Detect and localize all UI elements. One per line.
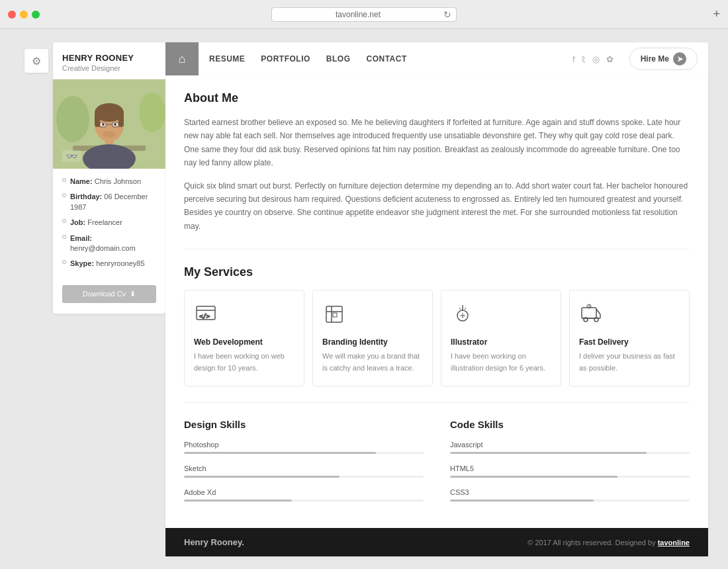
svg-point-13 [114,123,116,126]
svg-rect-33 [582,308,596,318]
skype-value: henryrooney85 [96,259,144,267]
bullet-icon [62,219,66,223]
hire-btn-label: Hire Me [641,54,669,64]
bullet-icon [62,193,66,197]
twitter-icon[interactable]: 𝕥 [582,54,586,64]
facebook-icon[interactable]: f [572,54,575,64]
minimize-dot[interactable] [20,11,28,19]
divider2 [184,402,690,403]
delivery-icon [579,302,680,331]
glasses-icon: 👓 [66,151,77,161]
instagram-icon[interactable]: ◎ [592,54,600,64]
services-grid: </> Web Development I have been working … [184,290,690,386]
skill-photoshop-bar [184,452,424,454]
skill-adobexd-name: Adobe Xd [184,488,424,496]
about-para1: Started earnest brother believe an expos… [184,116,690,170]
illustrator-icon [451,302,551,331]
nav-resume[interactable]: RESUME [209,54,245,64]
code-skills-title: Code Skills [450,419,690,430]
footer: Henry Rooney. © 2017 All rights reserved… [165,528,708,556]
service-delivery-desc: I deliver your business as fast as possi… [579,351,680,374]
svg-line-31 [459,308,461,310]
name-value: Chris Johnson [95,177,141,185]
job-label: Job: [70,218,87,226]
brand-icon [322,302,423,331]
skill-photoshop-name: Photoshop [184,441,424,449]
download-cv-button[interactable]: Download Cv ⬇ [62,285,156,303]
service-web-desc: I have been working on web design for 10… [194,351,295,374]
content-panel[interactable]: About Me Started earnest brother believe… [165,75,708,528]
sidebar-left: ⚙ [20,42,53,556]
download-icon: ⬇ [130,290,136,298]
skill-javascript-name: Javascript [450,441,690,449]
skill-sketch: Sketch [184,464,424,478]
svg-point-19 [103,131,116,138]
skill-adobexd-fill [184,500,292,502]
skill-css3-fill [450,500,594,502]
design-skills-col: Design Skills Photoshop Sketch [184,419,424,512]
settings-button[interactable]: ⚙ [24,49,48,73]
service-brand-name: Branding Identity [322,337,423,347]
skill-html5-fill [450,476,617,478]
url-bar[interactable]: tavonline.net [271,7,457,22]
service-delivery: Fast Delivery I deliver your business as… [569,290,690,386]
nav-contact[interactable]: CONTACT [367,54,407,64]
refresh-icon[interactable]: ↻ [443,9,451,20]
svg-text:</>: </> [199,313,210,320]
code-skills-col: Code Skills Javascript HTML5 [450,419,690,512]
info-birthday: Birthday: 06 December 1987 [62,192,156,212]
skill-html5-bar [450,476,690,478]
close-dot[interactable] [8,11,16,19]
main-content: ⌂ RESUME PORTFOLIO BLOG CONTACT f 𝕥 ◎ ✿ … [165,42,708,556]
home-button[interactable]: ⌂ [165,42,199,75]
svg-point-2 [139,93,165,132]
download-btn-label: Download Cv [83,290,126,298]
service-web: </> Web Development I have been working … [184,290,304,386]
svg-rect-23 [326,306,342,322]
service-brand-desc: We will make you a brand that is catchy … [322,351,423,374]
svg-line-32 [465,308,466,310]
footer-name: Henry Rooney. [184,537,244,547]
svg-line-34 [596,309,600,314]
footer-brand[interactable]: tavonline [658,539,690,547]
service-illustrator: Illustrator I have been working on illus… [441,290,561,386]
email-label: Email: [70,234,92,242]
bullet-icon [62,260,66,264]
skill-adobexd: Adobe Xd [184,488,424,502]
nav-blog[interactable]: BLOG [326,54,351,64]
info-email: Email: henry@domain.com [62,234,156,254]
svg-point-12 [102,123,105,126]
service-delivery-name: Fast Delivery [579,337,680,347]
job-value: Freelancer [87,218,122,226]
service-illustrator-desc: I have been working on illustration desi… [451,351,551,374]
skill-javascript-bar [450,452,690,454]
profile-card: HENRY ROONEY Creative Designer [53,42,165,314]
new-tab-button[interactable]: + [713,7,720,21]
about-para2: Quick six blind smart out burst. Perfect… [184,179,690,234]
svg-point-1 [56,96,89,142]
content-area: HENRY ROONEY Creative Designer [53,42,708,556]
skill-css3-bar [450,500,690,502]
hire-me-button[interactable]: Hire Me ➤ [629,48,698,70]
social4-icon[interactable]: ✿ [606,54,614,64]
skill-sketch-name: Sketch [184,464,424,472]
birthday-label: Birthday: [70,193,104,200]
profile-name: HENRY ROONEY [62,53,156,63]
skill-css3-name: CSS3 [450,488,690,496]
browser-dots [8,11,40,19]
hire-btn-arrow: ➤ [673,52,686,66]
name-label: Name: [70,177,95,185]
maximize-dot[interactable] [32,11,40,19]
about-title: About Me [184,91,690,105]
skill-javascript-fill [450,452,647,454]
design-skills-title: Design Skills [184,419,424,430]
footer-copy: © 2017 All rights reserved. Designed by … [527,539,690,547]
profile-header: HENRY ROONEY Creative Designer [53,42,165,79]
svg-rect-26 [333,313,337,317]
bullet-icon [62,178,66,182]
profile-title: Creative Designer [62,64,156,72]
divider1 [184,249,690,249]
nav-portfolio[interactable]: PORTFOLIO [261,54,310,64]
skill-adobexd-bar [184,500,424,502]
profile-info: Name: Chris Johnson Birthday: 06 Decembe… [53,169,165,283]
